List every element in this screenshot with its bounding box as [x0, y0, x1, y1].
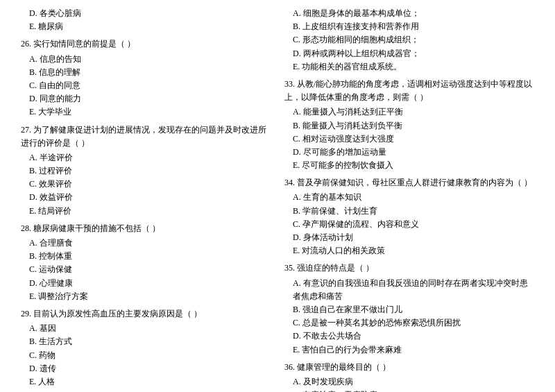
q29-option-e: E. 人格: [21, 375, 271, 389]
question-29-title: 29. 目前认为原发性高血压的主要发病原因是（ ）: [21, 307, 271, 321]
q29-option-a: A. 基因: [21, 322, 271, 335]
question-27-title: 27. 为了解健康促进计划的进展情况，发现存在的问题并及时改进所进行的评价是（ …: [21, 123, 271, 150]
page-container: D. 各类心脏病 E. 糖尿病 26. 实行知情同意的前提是（ ） A. 信息的…: [21, 7, 534, 392]
question-36-title: 36. 健康管理的最终目的（ ）: [284, 361, 534, 374]
r-option-c-tissue2: C. 形态功能相同的细胞构成组织；: [284, 33, 534, 46]
q35-option-e: E. 害怕自己的行为会带来麻难: [284, 343, 534, 357]
question-34: 34. 普及孕前保健知识，母社区重点人群进行健康教育的内容为（ ） A. 生育的…: [284, 176, 534, 257]
q34-option-a: A. 生育的基本知识: [284, 191, 534, 204]
question-28: 28. 糖尿病健康干预的措施不包括（ ） A. 合理膳食 B. 控制体重 C. …: [21, 222, 271, 303]
r-option-b-tissue: B. 上皮组织有连接支持和营养作用: [284, 20, 534, 33]
q34-option-c: C. 孕产期保健的流程、内容和意义: [284, 218, 534, 231]
question-33-title: 33. 从教/能心肺功能的角度考虑，适调相对运动强度达到中等程度以上，以降低体重…: [284, 78, 534, 104]
q33-option-e: E. 尽可能多的控制饮食摄入: [284, 159, 534, 172]
q26-option-a: A. 信息的告知: [21, 53, 271, 66]
q33-option-d: D. 尽可能多的增加运动量: [284, 146, 534, 159]
question-35: 35. 强迫症的特点是（ ） A. 有意识的自我强迫和自我反强迫的同时存在两者实…: [284, 262, 534, 356]
q33-option-a: A. 能量摄入与消耗达到正平衡: [284, 105, 534, 119]
r-option-d-organ: D. 两种或两种以上组织构成器官；: [284, 47, 534, 60]
q26-option-d: D. 同意的能力: [21, 92, 271, 105]
q35-option-c: C. 总是被一种莫名其妙的恐怖察索恐惧所困扰: [284, 316, 534, 330]
question-35-title: 35. 强迫症的特点是（ ）: [284, 262, 534, 275]
question-26-title: 26. 实行知情同意的前提是（ ）: [21, 37, 271, 51]
q28-option-a: A. 合理膳食: [21, 237, 271, 250]
q35-option-a: A. 有意识的自我强迫和自我反强迫的同时存在两者实现冲突时患者焦虑和痛苦: [284, 277, 534, 303]
q26-option-b: B. 信息的理解: [21, 66, 271, 79]
q27-option-c: C. 效果评价: [21, 178, 271, 191]
question-29: 29. 目前认为原发性高血压的主要发病原因是（ ） A. 基因 B. 生活方式 …: [21, 307, 271, 389]
question-27: 27. 为了解健康促进计划的进展情况，发现存在的问题并及时改进所进行的评价是（ …: [21, 123, 271, 218]
left-column: D. 各类心脏病 E. 糖尿病 26. 实行知情同意的前提是（ ） A. 信息的…: [21, 7, 271, 392]
q27-option-a: A. 半途评价: [21, 151, 271, 164]
q29-option-c: C. 药物: [21, 349, 271, 362]
q29-option-d: D. 遗传: [21, 362, 271, 375]
question-continuation-right: A. 细胞是身体的最基本构成单位； B. 上皮组织有连接支持和营养作用 C. 形…: [284, 7, 534, 74]
question-33: 33. 从教/能心肺功能的角度考虑，适调相对运动强度达到中等程度以上，以降低体重…: [284, 78, 534, 172]
option-e-diabetes: E. 糖尿病: [21, 20, 271, 33]
q26-option-c: C. 自由的同意: [21, 79, 271, 92]
q28-option-d: D. 心理健康: [21, 277, 271, 290]
q29-option-b: B. 生活方式: [21, 335, 271, 348]
q28-option-e: E. 调整治疗方案: [21, 290, 271, 303]
q34-option-b: B. 学前保健、计划生育: [284, 205, 534, 218]
q35-option-b: B. 强迫自己在家里不做出门儿: [284, 303, 534, 316]
q34-option-e: E. 对流动人口的相关政策: [284, 244, 534, 257]
r-option-a-cell: A. 细胞是身体的最基本构成单位；: [284, 7, 534, 20]
q33-option-b: B. 能量摄入与消耗达到负平衡: [284, 119, 534, 133]
question-continuation-left: D. 各类心脏病 E. 糖尿病: [21, 7, 271, 33]
q28-option-c: C. 运动保健: [21, 263, 271, 276]
q34-option-d: D. 身体活动计划: [284, 231, 534, 244]
question-34-title: 34. 普及孕前保健知识，母社区重点人群进行健康教育的内容为（ ）: [284, 176, 534, 189]
question-28-title: 28. 糖尿病健康干预的措施不包括（ ）: [21, 222, 271, 235]
r-option-e-system: E. 功能相关的器官组成系统。: [284, 60, 534, 74]
right-column: A. 细胞是身体的最基本构成单位； B. 上皮组织有连接支持和营养作用 C. 形…: [284, 7, 534, 392]
q27-option-b: B. 过程评价: [21, 164, 271, 178]
content-columns: D. 各类心脏病 E. 糖尿病 26. 实行知情同意的前提是（ ） A. 信息的…: [21, 7, 534, 392]
q36-option-a: A. 及时发现疾病: [284, 375, 534, 389]
question-36: 36. 健康管理的最终目的（ ） A. 及时发现疾病 B. 有病治病、无病防病 …: [284, 361, 534, 392]
q35-option-d: D. 不敢去公共场合: [284, 330, 534, 343]
q36-option-b: B. 有病治病、无病防病: [284, 389, 534, 392]
q28-option-b: B. 控制体重: [21, 250, 271, 263]
q27-option-d: D. 效益评价: [21, 191, 271, 204]
q27-option-e: E. 结局评价: [21, 205, 271, 218]
question-26: 26. 实行知情同意的前提是（ ） A. 信息的告知 B. 信息的理解 C. 自…: [21, 37, 271, 119]
q26-option-e: E. 大学毕业: [21, 105, 271, 119]
option-d-heart: D. 各类心脏病: [21, 7, 271, 20]
q33-option-c: C. 相对运动强度达到大强度: [284, 133, 534, 146]
